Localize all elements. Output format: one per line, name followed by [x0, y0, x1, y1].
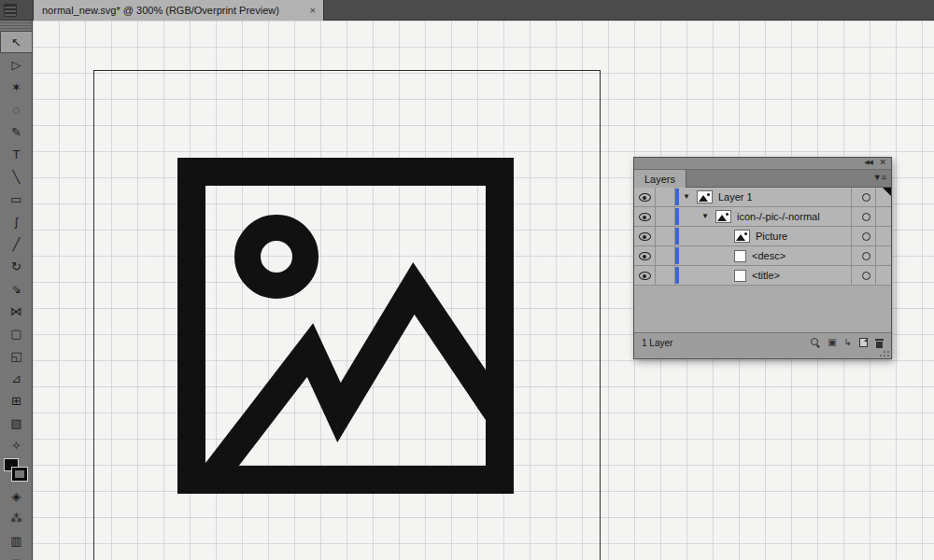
document-tab-title: normal_new.svg* @ 300% (RGB/Overprint Pr… [42, 5, 279, 16]
column-graph-tool-icon[interactable]: ▥ [0, 529, 33, 552]
new-layer-icon[interactable] [859, 338, 868, 347]
layer-thumbnail-icon [715, 210, 731, 223]
layer-count-status: 1 Layer [642, 337, 672, 347]
layer-thumbnail-icon [734, 230, 750, 243]
scale-tool-icon[interactable]: ⇘ [0, 277, 33, 300]
column-divider [655, 246, 656, 265]
layer-row[interactable]: ▼Layer 1 [634, 188, 891, 207]
document-tab[interactable]: normal_new.svg* @ 300% (RGB/Overprint Pr… [33, 0, 324, 21]
target-circle-icon[interactable] [862, 213, 870, 221]
layers-panel-tabrow: Layers ▼≡ [634, 170, 891, 188]
panel-resize-strip [634, 351, 891, 358]
column-divider [851, 207, 852, 226]
pen-tool-icon[interactable]: ✎ [0, 120, 33, 143]
lasso-tool-icon[interactable]: ◌ [0, 98, 33, 120]
tools-panel-grip[interactable] [0, 21, 33, 29]
stroke-swatch[interactable] [12, 468, 27, 481]
make-clipping-mask-icon[interactable]: ▣ [828, 338, 836, 347]
visibility-toggle-icon[interactable] [639, 213, 651, 221]
layers-list: ▼Layer 1▼icon-/-pic-/-normalPicture<desc… [634, 188, 891, 286]
layer-name: Layer 1 [718, 191, 753, 203]
picture-icon-artwork[interactable] [177, 158, 514, 494]
layer-color-bar [675, 247, 679, 264]
selection-tool-icon[interactable]: ↖ [0, 31, 33, 53]
visibility-toggle-icon[interactable] [639, 193, 651, 202]
layer-row[interactable]: <desc> [634, 246, 891, 266]
blend-tool-icon[interactable]: ◈ [0, 484, 33, 507]
column-divider [655, 207, 656, 226]
visibility-toggle-icon[interactable] [639, 272, 651, 280]
paintbrush-tool-icon[interactable]: ʃ [0, 210, 33, 232]
direct-selection-tool-icon[interactable]: ▷ [0, 53, 33, 76]
new-sublayer-icon[interactable]: ↳ [844, 338, 852, 347]
close-tab-icon[interactable]: × [310, 5, 316, 16]
document-tab-bar: normal_new.svg* @ 300% (RGB/Overprint Pr… [0, 0, 934, 21]
layers-panel-bottom-bar: 1 Layer ▣ ↳ [634, 332, 891, 351]
layers-panel-titlebar[interactable]: ◀◀ ✕ [634, 158, 891, 170]
tab-layers[interactable]: Layers [634, 170, 686, 188]
visibility-toggle-icon[interactable] [639, 232, 651, 241]
layer-row[interactable]: ▼icon-/-pic-/-normal [634, 207, 891, 227]
close-panel-icon[interactable]: ✕ [879, 158, 886, 167]
rotate-tool-icon[interactable]: ↻ [0, 255, 33, 277]
layer-name: <desc> [752, 250, 785, 261]
resize-grip-icon[interactable] [887, 355, 889, 357]
layer-thumbnail-icon [697, 190, 713, 203]
expand-triangle-icon[interactable]: ▼ [701, 213, 709, 220]
perspective-grid-tool-icon[interactable]: ⊿ [0, 367, 33, 389]
layer-row[interactable]: Picture [634, 227, 891, 246]
delete-layer-icon[interactable] [875, 338, 884, 348]
visibility-toggle-icon[interactable] [639, 252, 651, 260]
target-circle-icon[interactable] [862, 272, 870, 280]
expand-triangle-icon[interactable]: ▼ [683, 193, 690, 201]
magic-wand-tool-icon[interactable]: ✶ [0, 76, 33, 98]
layers-panel-buttons: ▣ ↳ [811, 333, 884, 352]
layer-name: Picture [756, 231, 787, 242]
target-circle-icon[interactable] [862, 193, 870, 202]
layers-panel-empty-area [634, 286, 891, 332]
layer-color-bar [675, 189, 679, 205]
layer-row[interactable]: <title> [634, 266, 891, 286]
toolbar-tools: ↖▷✶◌✎T╲▭ʃ╱↻⇘⋈▢◱⊿⊞▧✧◈⁂▥⊡✂✥⌕ [0, 31, 32, 560]
shape-builder-tool-icon[interactable]: ◱ [0, 344, 33, 367]
target-circle-icon[interactable] [862, 232, 870, 241]
collapse-panel-icon[interactable]: ◀◀ [864, 159, 872, 166]
gradient-tool-icon[interactable]: ▧ [0, 412, 33, 434]
column-divider [875, 227, 876, 245]
layer-color-bar [675, 208, 679, 225]
column-divider [851, 227, 852, 245]
column-divider [875, 266, 876, 285]
layers-panel: ◀◀ ✕ Layers ▼≡ ▼Layer 1▼icon-/-pic-/-nor… [633, 157, 892, 359]
free-transform-tool-icon[interactable]: ▢ [0, 322, 33, 344]
locate-object-icon[interactable] [811, 338, 820, 347]
rectangle-tool-icon[interactable]: ▭ [0, 188, 33, 210]
column-divider [875, 246, 876, 265]
type-tool-icon[interactable]: T [0, 143, 33, 165]
tabbar-grip-icon [4, 4, 17, 17]
tools-panel: ↖▷✶◌✎T╲▭ʃ╱↻⇘⋈▢◱⊿⊞▧✧◈⁂▥⊡✂✥⌕ [0, 21, 33, 560]
column-divider [655, 188, 656, 206]
selection-indicator-corner [883, 188, 891, 196]
line-segment-tool-icon[interactable]: ╲ [0, 165, 33, 188]
column-divider [875, 188, 876, 206]
column-divider [851, 188, 852, 206]
column-divider [851, 246, 852, 265]
mesh-tool-icon[interactable]: ⊞ [0, 389, 33, 412]
target-circle-icon[interactable] [862, 252, 870, 260]
artboard-tool-icon[interactable]: ⊡ [0, 552, 33, 560]
pencil-tool-icon[interactable]: ╱ [0, 232, 33, 255]
column-divider [655, 266, 656, 285]
blank-thumbnail [734, 270, 746, 282]
symbol-sprayer-tool-icon[interactable]: ⁂ [0, 507, 33, 529]
layer-color-bar [675, 228, 679, 245]
panel-menu-icon[interactable]: ▼≡ [873, 173, 886, 182]
column-divider [851, 266, 852, 285]
layer-name: <title> [752, 270, 780, 281]
column-divider [875, 207, 876, 226]
width-tool-icon[interactable]: ⋈ [0, 300, 33, 322]
fill-stroke-swatches[interactable] [0, 456, 33, 484]
column-divider [655, 227, 656, 245]
eyedropper-tool-icon[interactable]: ✧ [0, 434, 33, 456]
layer-name: icon-/-pic-/-normal [737, 211, 820, 222]
blank-thumbnail [734, 250, 746, 262]
